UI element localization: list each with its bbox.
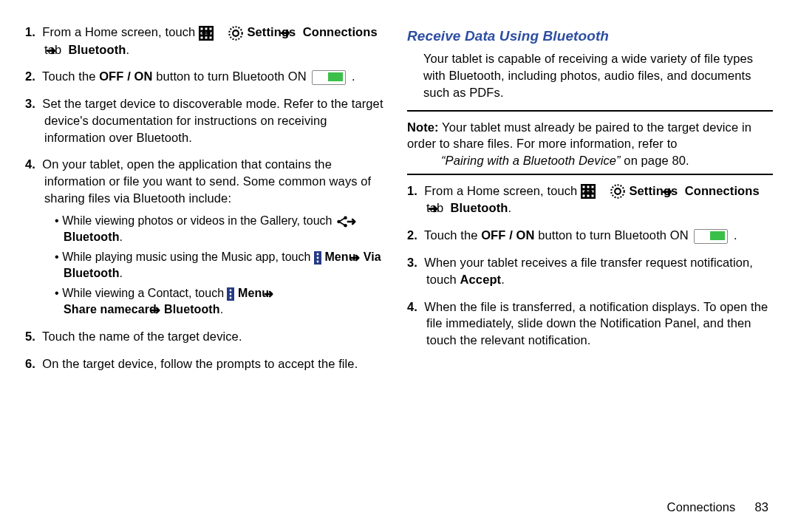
right-column: Receive Data Using Bluetooth Your tablet… xyxy=(407,24,773,494)
svg-point-11 xyxy=(233,30,239,36)
svg-point-18 xyxy=(316,260,318,262)
chapter-name: Connections xyxy=(667,500,736,514)
svg-point-21 xyxy=(230,293,232,295)
sub-contact: While viewing a Contact, touch Menu ➜ Sh… xyxy=(55,285,391,318)
steps-left: 1. From a Home screen, touch ➜ Settings … xyxy=(25,24,391,372)
r-step-1: 1. From a Home screen, touch ➜ Settings … xyxy=(407,183,773,216)
page-footer: Connections 83 xyxy=(25,500,773,514)
menu-dots-icon xyxy=(314,251,321,265)
svg-point-33 xyxy=(611,185,624,198)
step-1: 1. From a Home screen, touch ➜ Settings … xyxy=(25,24,391,58)
svg-point-34 xyxy=(615,189,621,195)
section-heading: Receive Data Using Bluetooth xyxy=(407,27,773,46)
step-text: From a Home screen, touch xyxy=(42,25,199,38)
step-4-sub: While viewing photos or videos in the Ga… xyxy=(55,213,391,318)
note-block: Note: Your tablet must already be paired… xyxy=(407,119,773,169)
settings-gear-icon xyxy=(610,183,626,200)
settings-label: Settings xyxy=(247,25,299,38)
note-label: Note: xyxy=(407,120,439,134)
r-step-3: 3. When your tablet receives a file tran… xyxy=(407,254,773,288)
settings-gear-icon xyxy=(228,25,244,41)
bluetooth-label: Bluetooth xyxy=(65,43,126,56)
left-column: 1. From a Home screen, touch ➜ Settings … xyxy=(25,24,391,494)
step-4: 4. On your tablet, open the application … xyxy=(25,156,391,318)
r-step-4: 4. When the file is transferred, a notif… xyxy=(407,299,773,349)
step-6: 6. On the target device, follow the prom… xyxy=(25,355,391,372)
svg-point-16 xyxy=(316,253,318,255)
step-2: 2. Touch the OFF / ON button to turn Blu… xyxy=(25,68,391,85)
page-number: 83 xyxy=(754,500,768,514)
svg-point-22 xyxy=(230,296,232,299)
steps-right: 1. From a Home screen, touch ➜ Settings … xyxy=(407,183,773,349)
svg-point-17 xyxy=(316,256,318,259)
r-step-2: 2. Touch the OFF / ON button to turn Blu… xyxy=(407,227,773,244)
intro-paragraph: Your tablet is capable of receiving a wi… xyxy=(407,50,773,100)
step-3: 3. Set the target device to discoverable… xyxy=(25,95,391,146)
divider xyxy=(407,174,773,175)
sub-music: While playing music using the Music app,… xyxy=(55,249,391,282)
sub-gallery: While viewing photos or videos in the Ga… xyxy=(55,213,391,245)
svg-point-10 xyxy=(229,27,242,39)
note-reference: “Pairing with a Bluetooth Device” xyxy=(441,154,624,167)
menu-dots-icon xyxy=(227,287,234,301)
toggle-on-icon xyxy=(312,70,346,85)
divider xyxy=(407,110,773,112)
svg-point-20 xyxy=(230,289,232,291)
connections-label: Connections xyxy=(303,25,378,38)
step-5: 5. Touch the name of the target device. xyxy=(25,328,391,345)
toggle-on-icon xyxy=(694,229,728,244)
